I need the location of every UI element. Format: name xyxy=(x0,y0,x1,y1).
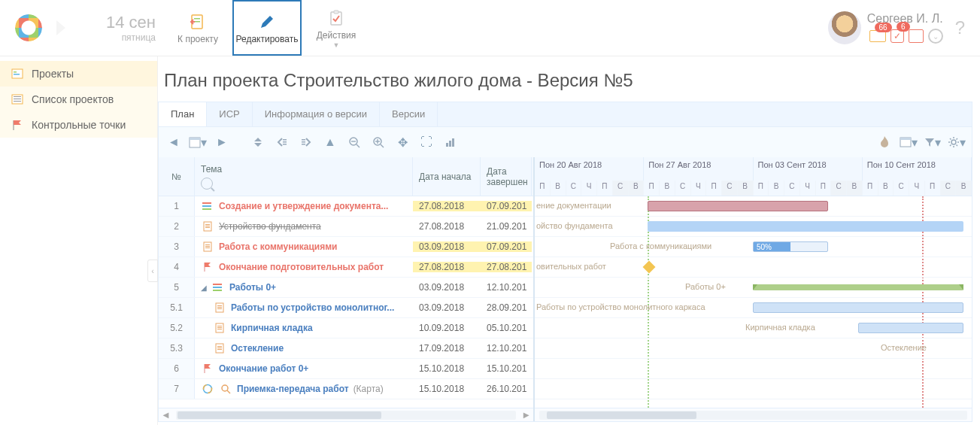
task-type-icon xyxy=(213,322,226,334)
svg-rect-47 xyxy=(217,307,222,308)
filter-icon[interactable]: ▾ xyxy=(924,133,942,151)
table-row[interactable]: 5◢Работы 0+03.09.201812.10.201 xyxy=(159,278,533,298)
svg-rect-51 xyxy=(217,327,222,328)
indent-icon[interactable] xyxy=(297,133,315,151)
svg-rect-54 xyxy=(217,346,222,347)
table-row[interactable]: 1Создание и утверждение документа...27.0… xyxy=(159,196,533,217)
gantt-bar[interactable] xyxy=(858,323,963,333)
table-header: № Тема Дата начала Дата завершен xyxy=(159,157,533,196)
row-topic: Устройство фундамента xyxy=(195,220,413,232)
gantt-day: В xyxy=(738,181,754,196)
ribbon-to-project[interactable]: К проекту xyxy=(163,0,232,56)
svg-rect-1 xyxy=(194,18,200,20)
sidebar-item-projects[interactable]: Проекты xyxy=(0,61,157,87)
sidebar-collapse[interactable]: ‹ xyxy=(147,260,158,282)
task-type-icon xyxy=(201,241,214,253)
tab-wbs[interactable]: ИСР xyxy=(207,102,252,126)
gantt-day: С xyxy=(894,181,909,196)
outdent-icon[interactable] xyxy=(273,133,291,151)
pan-icon[interactable]: ✥ xyxy=(393,133,411,151)
gantt-h-scroll[interactable] xyxy=(535,408,972,421)
col-topic-label: Тема xyxy=(201,164,406,175)
chart-icon[interactable] xyxy=(441,133,460,151)
user-menu-caret[interactable]: ⌄ xyxy=(928,29,943,44)
today-date: 14 сен пятница xyxy=(65,0,163,56)
gantt-day: П xyxy=(925,181,941,196)
flame-icon[interactable] xyxy=(875,133,894,151)
row-num: 5.2 xyxy=(159,318,195,338)
task-name: Работы по устройство монолитног... xyxy=(231,302,394,313)
gantt-day: В xyxy=(660,181,675,196)
table-row[interactable]: 7Приемка-передача работ (Карта)15.10.201… xyxy=(159,379,533,399)
row-start: 03.09.2018 xyxy=(413,302,481,313)
table-row[interactable]: 5.2Кирпичная кладка10.09.201805.10.201 xyxy=(159,318,533,338)
gantt-bar[interactable] xyxy=(648,201,828,211)
table-row[interactable]: 2Устройство фундамента27.08.201821.09.20… xyxy=(159,217,533,237)
col-topic[interactable]: Тема xyxy=(195,157,413,196)
expand-caret[interactable]: ◢ xyxy=(201,284,207,292)
tab-version-info[interactable]: Информация о версии xyxy=(253,102,380,126)
gantt-row-label: ойство фундамента xyxy=(536,221,613,230)
gantt-milestone[interactable] xyxy=(643,261,656,274)
svg-rect-33 xyxy=(202,208,211,210)
table-row[interactable]: 5.1Работы по устройство монолитног...03.… xyxy=(159,298,533,318)
app-logo[interactable] xyxy=(0,0,56,56)
svg-point-59 xyxy=(222,385,228,391)
help-button[interactable]: ? xyxy=(949,17,971,38)
gantt-chart: Пон 20 Авг 2018Пон 27 Авг 2018Пон 03 Сен… xyxy=(535,157,972,421)
gantt-bar[interactable] xyxy=(648,221,963,232)
svg-rect-52 xyxy=(217,329,222,329)
forward-icon[interactable]: ► xyxy=(213,133,231,151)
col-num[interactable]: № xyxy=(159,157,195,196)
calendar-icon[interactable] xyxy=(909,29,924,43)
col-start[interactable]: Дата начала xyxy=(413,157,481,196)
tab-versions[interactable]: Версии xyxy=(380,102,438,126)
sidebar-item-label: Проекты xyxy=(32,68,74,80)
row-start: 17.09.2018 xyxy=(413,343,481,354)
date-range-icon[interactable]: ▾ xyxy=(900,133,918,151)
task-name: Кирпичная кладка xyxy=(231,323,313,333)
svg-rect-26 xyxy=(449,141,451,147)
gantt-body[interactable]: ение документации ойство фундамента Рабо… xyxy=(535,196,972,408)
gantt-day: С xyxy=(722,181,738,196)
zoom-in-icon[interactable] xyxy=(369,133,387,151)
row-num: 5.3 xyxy=(159,338,195,358)
tasks-button[interactable]: ✓ 6 xyxy=(890,29,904,43)
svg-rect-32 xyxy=(202,205,211,207)
plan-grid: № Тема Дата начала Дата завершен 1Создан… xyxy=(158,157,972,422)
table-row[interactable]: 3Работа с коммуникациями03.09.201807.09.… xyxy=(159,237,533,257)
table-row[interactable]: 6Окончание работ 0+15.10.201815.10.201 xyxy=(159,359,533,379)
gantt-toolbar: ◄ ▾ ► ▲ ✥ ⛶ ▾ ▾ ▾ xyxy=(158,127,972,157)
table-h-scroll[interactable]: ◄ ► xyxy=(159,408,533,421)
sidebar-item-milestones[interactable]: Контрольные точки xyxy=(0,112,157,138)
col-end[interactable]: Дата завершен xyxy=(481,157,532,196)
calendar-picker-icon[interactable]: ▾ xyxy=(189,133,207,151)
ribbon-edit[interactable]: Редактировать xyxy=(232,0,302,56)
main: План проекта Строительство жилого дома -… xyxy=(158,56,972,425)
back-icon[interactable]: ◄ xyxy=(165,133,183,151)
avatar[interactable] xyxy=(828,11,861,44)
search-icon[interactable] xyxy=(201,178,213,190)
gantt-header: Пон 20 Авг 2018Пон 27 Авг 2018Пон 03 Сен… xyxy=(535,157,972,196)
collapse-icon[interactable] xyxy=(249,133,267,151)
task-type-icon xyxy=(201,261,214,273)
sidebar-item-project-list[interactable]: Список проектов xyxy=(0,87,157,112)
gantt-bar-progress[interactable]: 50% xyxy=(753,241,828,252)
gear-icon[interactable]: ▾ xyxy=(948,133,966,151)
gantt-bar[interactable] xyxy=(753,302,963,313)
ribbon-actions[interactable]: Действия ▼ xyxy=(302,0,371,56)
zoom-out-icon[interactable] xyxy=(345,133,363,151)
task-type-icon xyxy=(201,200,214,212)
svg-rect-6 xyxy=(14,71,17,73)
tab-plan[interactable]: План xyxy=(159,102,207,126)
table-row[interactable]: 4Окончание подготовительных работ27.08.2… xyxy=(159,257,533,278)
fullscreen-icon[interactable]: ⛶ xyxy=(417,133,435,151)
mail-button[interactable]: 66 xyxy=(869,30,886,42)
table-row[interactable]: 5.3Остекление17.09.201812.10.201 xyxy=(159,338,533,359)
gantt-summary-bar[interactable] xyxy=(753,284,963,290)
gantt-day: П xyxy=(706,181,722,196)
svg-rect-2 xyxy=(194,21,200,23)
gantt-row-label: овительных работ xyxy=(536,262,606,271)
move-up-icon[interactable]: ▲ xyxy=(321,133,339,151)
row-start: 27.08.2018 xyxy=(413,221,481,232)
